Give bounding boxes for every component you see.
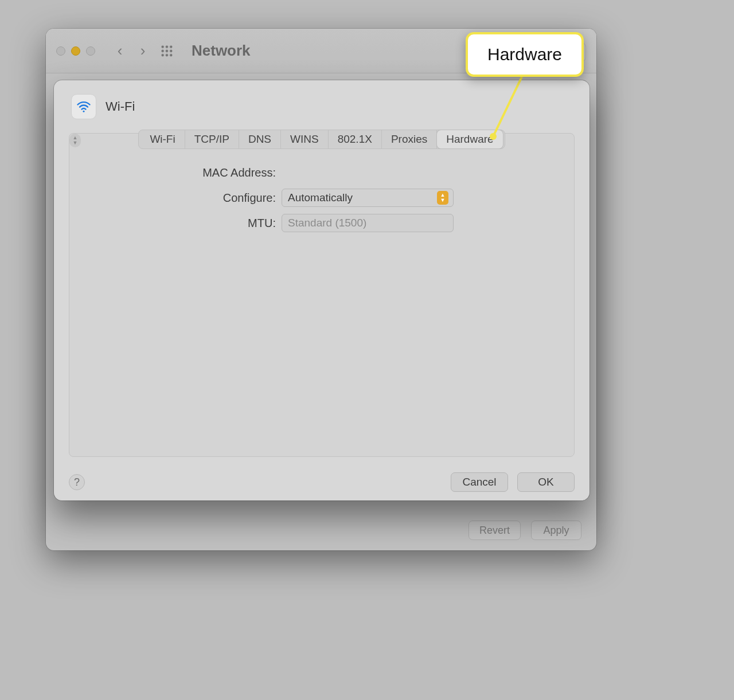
hardware-tab-content: MAC Address: Configure: Automatically ▲▼… — [69, 133, 575, 457]
mtu-row: MTU: Standard (1500) ▲▼ — [69, 210, 574, 236]
configure-select-value: Automatically — [288, 191, 353, 204]
revert-button[interactable]: Revert — [468, 521, 521, 540]
tab-proxies[interactable]: Proxies — [382, 130, 437, 148]
wifi-icon — [71, 94, 96, 119]
select-stepper-icon: ▲▼ — [437, 191, 448, 205]
help-button[interactable]: ? — [69, 474, 85, 490]
network-window-footer: Revert Apply — [46, 510, 596, 550]
sheet-footer: ? Cancel OK — [54, 464, 589, 500]
configure-row: Configure: Automatically ▲▼ — [69, 185, 574, 210]
svg-point-0 — [83, 111, 84, 112]
ok-button[interactable]: OK — [517, 472, 575, 492]
sheet-header: Wi-Fi — [54, 80, 589, 126]
mac-address-row: MAC Address: — [69, 160, 574, 185]
hardware-callout-label: Hardware — [487, 45, 562, 64]
tab-tcpip[interactable]: TCP/IP — [185, 130, 239, 148]
tab-wins[interactable]: WINS — [281, 130, 329, 148]
apply-button[interactable]: Apply — [531, 521, 581, 540]
configure-label: Configure: — [69, 191, 282, 205]
hardware-callout: Hardware — [466, 32, 584, 77]
configure-select[interactable]: Automatically ▲▼ — [282, 189, 454, 207]
tab-8021x[interactable]: 802.1X — [329, 130, 382, 148]
select-stepper-icon: ▲▼ — [69, 134, 81, 147]
cancel-button[interactable]: Cancel — [451, 472, 508, 492]
mtu-label: MTU: — [69, 217, 282, 230]
tab-wifi[interactable]: Wi-Fi — [140, 130, 185, 148]
tab-dns[interactable]: DNS — [239, 130, 281, 148]
sheet-service-name: Wi-Fi — [106, 99, 135, 114]
mac-address-label: MAC Address: — [69, 166, 282, 179]
tab-hardware[interactable]: Hardware — [437, 130, 502, 148]
mtu-select[interactable]: Standard (1500) ▲▼ — [282, 214, 454, 232]
wifi-advanced-sheet: Wi-Fi Wi-Fi TCP/IP DNS WINS 802.1X Proxi… — [54, 80, 589, 500]
sheet-tab-bar: Wi-Fi TCP/IP DNS WINS 802.1X Proxies Har… — [138, 130, 505, 149]
mtu-select-value: Standard (1500) — [288, 217, 366, 229]
